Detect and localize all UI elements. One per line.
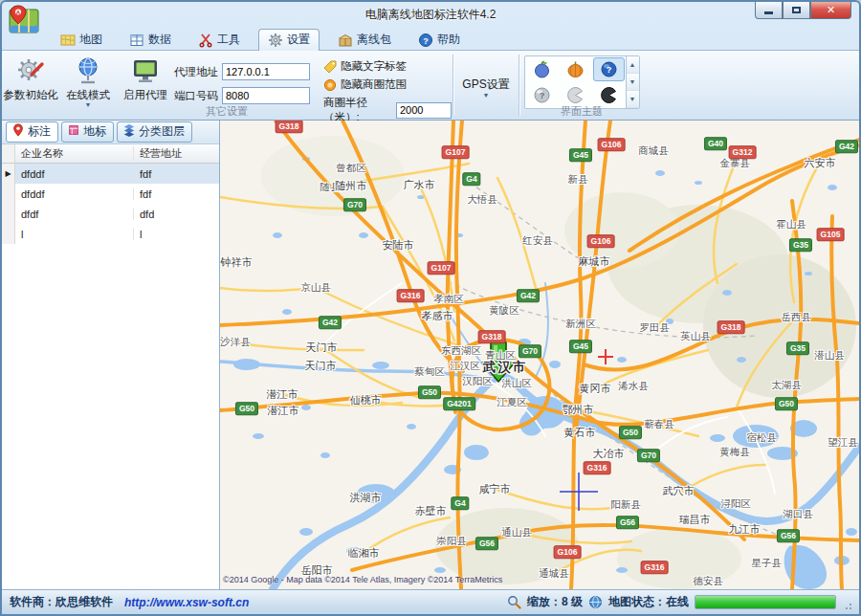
close-icon: ✕ — [827, 4, 835, 16]
sidebar: 标注地标分类图层 企业名称 经营地址 ▶dfddffdfdfddffdfdfdf… — [2, 121, 220, 589]
group-divider — [453, 55, 453, 116]
column-header-name: 企业名称 — [15, 146, 134, 161]
statusbar: 软件商：欣思维软件 http://www.xsw-soft.cn 缩放：8 级 … — [2, 589, 859, 614]
row-selector — [2, 224, 15, 244]
cell-name: l — [15, 229, 134, 240]
theme-gallery: ?? ▲ ▼ ▼ — [524, 55, 640, 109]
sidebar-tab-annotations[interactable]: 标注 — [6, 121, 58, 143]
ribbon-tab-bar: 地图数据工具设置离线包?帮助 — [2, 27, 859, 50]
group-label-theme: 界面主题 — [520, 104, 643, 119]
minimize-button[interactable] — [755, 2, 783, 19]
cell-name: dfddf — [15, 168, 134, 180]
help-tab-icon: ? — [418, 33, 433, 48]
gear-pencil-icon — [16, 56, 45, 85]
group-theme: ?? ▲ ▼ ▼ 界面主题 — [520, 51, 643, 120]
cell-name: dfddf — [15, 188, 134, 200]
vendor-url[interactable]: http://www.xsw-soft.cn — [124, 596, 249, 609]
svg-text:A: A — [16, 10, 21, 15]
table-row[interactable]: dfddffdf — [2, 184, 219, 204]
map-copyright: ©2014 Google - Map data ©2014 Tele Atlas… — [223, 575, 502, 584]
map-tab-icon — [60, 33, 76, 48]
annotation-table: 企业名称 经营地址 ▶dfddffdfdfddffdfdfdfdfdll — [2, 144, 219, 589]
tools-tab-icon — [198, 33, 213, 48]
sidebar-tab-category-layers[interactable]: 分类图层 — [117, 121, 192, 143]
globe-icon — [74, 56, 102, 85]
offline-pack-tab-icon — [338, 33, 353, 48]
group-gps: GPS设置 ▼ — [454, 51, 518, 120]
cell-name: dfdf — [15, 209, 134, 220]
tab-map[interactable]: 地图 — [52, 30, 111, 51]
row-selector — [2, 184, 15, 204]
gps-settings-button[interactable]: GPS设置 ▼ — [458, 71, 513, 103]
cell-address: fdf — [134, 168, 219, 180]
blue-cross-marker — [560, 473, 598, 511]
app-window: A 电脑离线地图标注软件4.2 ✕ 地图数据工具设置离线包?帮助 — [0, 0, 861, 616]
tab-label: 帮助 — [437, 32, 460, 48]
table-row[interactable]: dfdfdfd — [2, 204, 219, 224]
proxy-port-input[interactable] — [222, 87, 310, 104]
svg-text:?: ? — [423, 35, 429, 45]
titlebar: A 电脑离线地图标注软件4.2 ✕ — [2, 2, 859, 27]
map-status-globe-icon — [588, 595, 603, 609]
zoom-magnifier-icon — [507, 595, 521, 609]
tab-data[interactable]: 数据 — [121, 30, 180, 51]
tab-help[interactable]: ?帮助 — [409, 30, 469, 51]
minimize-icon — [764, 11, 773, 14]
row-selector — [2, 204, 15, 224]
range-circle-icon — [323, 78, 337, 92]
dropdown-arrow-icon: ▼ — [483, 93, 490, 98]
cell-address: l — [134, 229, 219, 240]
tab-label: 地图 — [79, 32, 102, 48]
tab-offline-pack[interactable]: 离线包 — [329, 30, 400, 51]
blue-sphere-icon[interactable]: ? — [593, 57, 625, 81]
progress-bar — [695, 595, 836, 609]
map-status-text: 地图状态：在线 — [608, 594, 689, 610]
map-canvas[interactable]: 随县曾都区随州市广水市大悟县安陆市钟祥市京山县沙洋县天门市天门市潜江市潜江市仙桃… — [220, 121, 859, 589]
row-selector: ▶ — [2, 164, 15, 184]
annotations-icon — [11, 123, 25, 140]
svg-text:?: ? — [539, 91, 544, 100]
proxy-address-input[interactable] — [222, 63, 310, 80]
hide-text-labels-toggle[interactable]: 隐藏文字标签 — [323, 59, 452, 74]
window-title: 电脑离线地图标注软件4.2 — [2, 7, 859, 23]
column-header-address: 经营地址 — [134, 146, 219, 161]
tab-tools[interactable]: 工具 — [189, 30, 249, 51]
table-row[interactable]: ▶dfddffdf — [2, 164, 219, 184]
gallery-scroll-up[interactable]: ▲ — [627, 56, 639, 74]
sidebar-tab-label: 分类图层 — [139, 123, 185, 140]
vendor-text: 软件商：欣思维软件 — [10, 594, 113, 610]
tab-label: 数据 — [148, 32, 171, 48]
svg-text:?: ? — [606, 65, 611, 75]
sidebar-tab-label: 标注 — [28, 123, 51, 140]
group-label-other: 其它设置 — [2, 104, 452, 119]
close-button[interactable]: ✕ — [810, 2, 851, 19]
ribbon: 参数初始化 在线模式 ▼ — [2, 50, 859, 121]
cell-address: fdf — [134, 188, 219, 200]
tab-label: 工具 — [217, 32, 240, 48]
monitor-icon — [131, 56, 160, 85]
data-tab-icon — [129, 33, 144, 48]
sidebar-tab-bar: 标注地标分类图层 — [2, 121, 219, 144]
maximize-icon — [792, 7, 801, 13]
red-cross-marker — [598, 349, 613, 364]
blue-apple-icon[interactable] — [526, 57, 558, 81]
table-row[interactable]: ll — [2, 224, 219, 244]
zoom-level-text: 缩放：8 级 — [527, 594, 583, 610]
hide-business-range-toggle[interactable]: 隐藏商圈范围 — [323, 77, 452, 92]
resize-grip[interactable] — [842, 596, 851, 609]
orange-pumpkin-icon[interactable] — [560, 57, 591, 81]
tab-settings[interactable]: 设置 — [258, 29, 320, 51]
group-other-settings: 参数初始化 在线模式 ▼ — [2, 51, 452, 120]
tab-label: 离线包 — [357, 32, 391, 48]
sidebar-tab-landmarks[interactable]: 地标 — [61, 121, 114, 143]
table-header: 企业名称 经营地址 — [2, 144, 219, 164]
gallery-scrollbar: ▲ ▼ ▼ — [626, 56, 639, 108]
gallery-scroll-down[interactable]: ▼ — [627, 74, 639, 91]
tag-icon — [323, 60, 337, 74]
maximize-button[interactable] — [783, 2, 810, 19]
category-layers-icon — [122, 123, 136, 140]
tab-label: 设置 — [287, 32, 310, 48]
proxy-address-label: 代理地址 — [174, 65, 218, 79]
row-selector-header — [2, 144, 15, 163]
settings-tab-icon — [268, 33, 283, 48]
